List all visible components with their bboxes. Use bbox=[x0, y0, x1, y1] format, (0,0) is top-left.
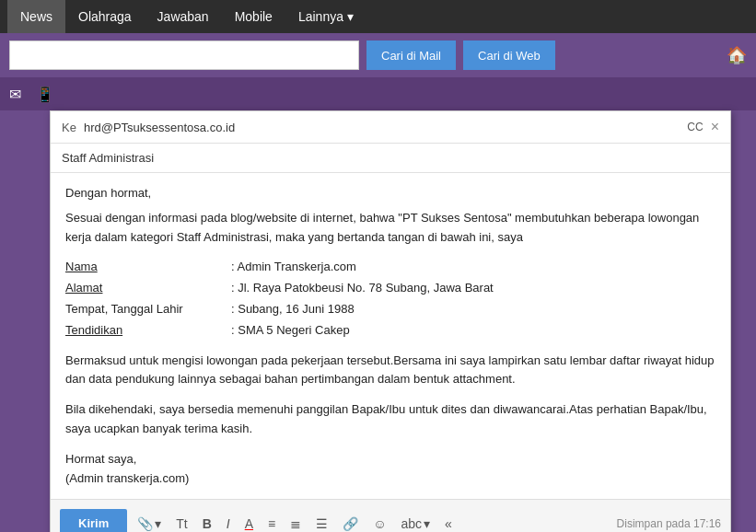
greeting-text: Dengan hormat, bbox=[65, 184, 715, 203]
send-label: Kirim bbox=[78, 516, 109, 530]
field-alamat: Alamat : Jl. Raya Patokbeusi No. 78 Suba… bbox=[65, 279, 715, 298]
close-icon[interactable]: × bbox=[711, 119, 719, 135]
text-size-button[interactable]: Tt bbox=[171, 513, 192, 532]
indent-button[interactable]: ≣ bbox=[285, 513, 306, 532]
chevron-down-icon: ▾ bbox=[347, 9, 354, 24]
emoji-icon: ☺ bbox=[373, 516, 386, 531]
search-mail-button[interactable]: Cari di Mail bbox=[366, 40, 456, 70]
font-color-icon: A bbox=[245, 516, 253, 531]
attachment-chevron-icon: ▾ bbox=[155, 516, 161, 531]
field-value-pendidikan: : SMA 5 Negeri Cakep bbox=[231, 321, 715, 341]
field-label-nama: Nama bbox=[65, 258, 231, 277]
spelling-icon: abc bbox=[401, 516, 423, 531]
attachment-icon: 📎 bbox=[137, 516, 153, 531]
email-compose: Ke hrd@PTsuksessentosa.co.id CC × Staff … bbox=[50, 110, 731, 532]
search-web-button[interactable]: Cari di Web bbox=[463, 40, 555, 70]
email-toolbar: Kirim 📎 ▾ Tt B I A ≡ ≣ ☰ 🔗 bbox=[51, 499, 730, 532]
italic-icon: I bbox=[227, 516, 230, 531]
top-nav: News Olahraga Jawaban Mobile Lainnya ▾ bbox=[0, 0, 756, 33]
nav-item-lainnya[interactable]: Lainnya ▾ bbox=[285, 0, 366, 33]
email-subject: Staff Administrasi bbox=[51, 144, 730, 173]
email-to-row: Ke hrd@PTsuksessentosa.co.id CC × bbox=[51, 111, 730, 144]
spelling-chevron-icon: ▾ bbox=[424, 516, 430, 531]
search-input[interactable] bbox=[9, 40, 359, 70]
nav-item-mobile[interactable]: Mobile bbox=[222, 0, 285, 33]
font-color-button[interactable]: A bbox=[240, 513, 258, 532]
more-button[interactable]: « bbox=[440, 513, 457, 532]
list-icon: ≡ bbox=[268, 516, 275, 531]
more-icon: « bbox=[445, 516, 452, 531]
nav-label-news: News bbox=[20, 9, 52, 24]
to-label: Ke bbox=[62, 121, 76, 134]
link-button[interactable]: 🔗 bbox=[338, 513, 363, 532]
to-value: hrd@PTsuksessentosa.co.id bbox=[84, 121, 687, 134]
nav-item-news[interactable]: News bbox=[7, 0, 65, 33]
indent-icon: ≣ bbox=[290, 516, 301, 531]
align-icon: ☰ bbox=[316, 516, 328, 531]
nav-label-lainnya: Lainnya bbox=[298, 9, 343, 24]
subject-text: Staff Administrasi bbox=[62, 151, 154, 165]
saved-status: Disimpan pada 17:16 bbox=[617, 517, 721, 530]
field-label-ttl: Tempat, Tanggal Lahir bbox=[65, 300, 231, 319]
intro-text: Sesuai dengan informasi pada blog/websit… bbox=[65, 209, 715, 248]
search-web-label: Cari di Web bbox=[478, 49, 541, 63]
link-icon: 🔗 bbox=[343, 516, 358, 531]
paragraph2: Bila dikehendaki, saya bersedia memenuhi… bbox=[65, 400, 715, 439]
attachment-button[interactable]: 📎 ▾ bbox=[133, 513, 166, 532]
mobile-icon[interactable]: 📱 bbox=[36, 86, 54, 103]
bold-icon: B bbox=[203, 516, 212, 531]
nav-label-olahraga: Olahraga bbox=[78, 9, 132, 24]
field-value-ttl: : Subang, 16 Juni 1988 bbox=[231, 300, 715, 319]
search-bar: Cari di Mail Cari di Web 🏠 bbox=[0, 33, 756, 77]
field-label-pendidikan: Tendidikan bbox=[65, 321, 231, 341]
paragraph1: Bermaksud untuk mengisi lowongan pada pe… bbox=[65, 352, 715, 390]
signature-text: (Admin transkerja.com) bbox=[65, 469, 715, 489]
home-icon[interactable]: 🏠 bbox=[727, 45, 747, 65]
field-ttl: Tempat, Tanggal Lahir : Subang, 16 Juni … bbox=[65, 300, 715, 319]
bold-button[interactable]: B bbox=[198, 513, 216, 532]
field-nama: Nama : Admin Transkerja.com bbox=[65, 258, 715, 277]
text-size-icon: Tt bbox=[176, 516, 187, 531]
spelling-button[interactable]: abc ▾ bbox=[397, 513, 436, 532]
icon-bar: ✉ 📱 bbox=[0, 77, 756, 110]
nav-item-olahraga[interactable]: Olahraga bbox=[65, 0, 145, 33]
email-body: Dengan hormat, Sesuai dengan informasi p… bbox=[51, 173, 730, 499]
emoji-button[interactable]: ☺ bbox=[368, 513, 390, 532]
search-mail-label: Cari di Mail bbox=[381, 49, 441, 63]
cc-label[interactable]: CC bbox=[687, 121, 703, 133]
closing-text: Hormat saya, bbox=[65, 450, 715, 469]
mail-icon[interactable]: ✉ bbox=[9, 86, 21, 103]
list-button[interactable]: ≡ bbox=[263, 513, 280, 532]
send-button[interactable]: Kirim bbox=[60, 509, 127, 532]
align-button[interactable]: ☰ bbox=[311, 513, 332, 532]
nav-label-mobile: Mobile bbox=[235, 9, 273, 24]
nav-item-jawaban[interactable]: Jawaban bbox=[145, 0, 222, 33]
field-value-nama: : Admin Transkerja.com bbox=[231, 258, 715, 277]
field-pendidikan: Tendidikan : SMA 5 Negeri Cakep bbox=[65, 321, 715, 341]
field-value-alamat: : Jl. Raya Patokbeusi No. 78 Subang, Jaw… bbox=[231, 279, 715, 298]
field-label-alamat: Alamat bbox=[65, 279, 231, 298]
nav-label-jawaban: Jawaban bbox=[157, 9, 209, 24]
italic-button[interactable]: I bbox=[222, 513, 235, 532]
